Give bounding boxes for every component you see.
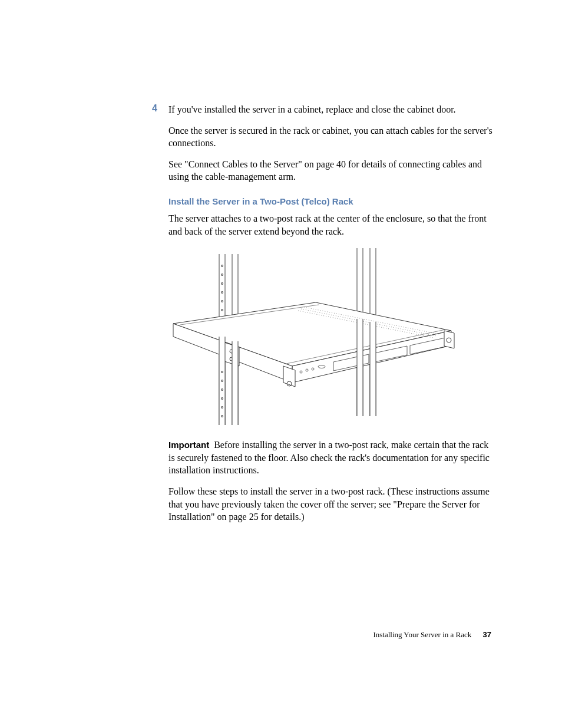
paragraph-3: The server attaches to a two-post rack a…	[168, 212, 492, 238]
svg-rect-45	[232, 341, 238, 425]
svg-point-7	[222, 292, 223, 294]
svg-rect-54	[357, 319, 363, 416]
svg-marker-20	[173, 302, 451, 366]
section-heading: Install the Server in a Two-Post (Telco)…	[168, 196, 492, 206]
step-4-block: 4 If you've installed the server in a ca…	[168, 103, 492, 116]
step-number: 4	[152, 103, 157, 114]
svg-point-5	[222, 274, 223, 276]
svg-point-8	[222, 301, 223, 302]
important-text: Before installing the server in a two-po…	[168, 440, 490, 475]
server-rack-illustration	[168, 248, 457, 428]
svg-point-6	[222, 283, 223, 285]
paragraph-1: Once the server is secured in the rack o…	[168, 124, 492, 150]
paragraph-4: Follow these steps to install the server…	[168, 485, 492, 523]
main-content: 4 If you've installed the server in a ca…	[168, 103, 492, 532]
svg-rect-42	[219, 337, 225, 425]
paragraph-2: See "Connect Cables to the Server" on pa…	[168, 158, 492, 183]
step-text: If you've installed the server in a cabi…	[168, 103, 492, 116]
svg-rect-57	[370, 322, 376, 416]
svg-point-4	[222, 265, 223, 267]
important-paragraph: Important Before installing the server i…	[168, 439, 492, 477]
important-label: Important	[168, 440, 209, 450]
footer-page-number: 37	[483, 630, 491, 639]
footer-chapter-title: Installing Your Server in a Rack	[373, 630, 471, 639]
page-footer: Installing Your Server in a Rack 37	[373, 630, 491, 640]
document-page: 4 If you've installed the server in a ca…	[0, 0, 562, 728]
svg-marker-35	[444, 331, 454, 348]
svg-point-9	[222, 309, 223, 311]
